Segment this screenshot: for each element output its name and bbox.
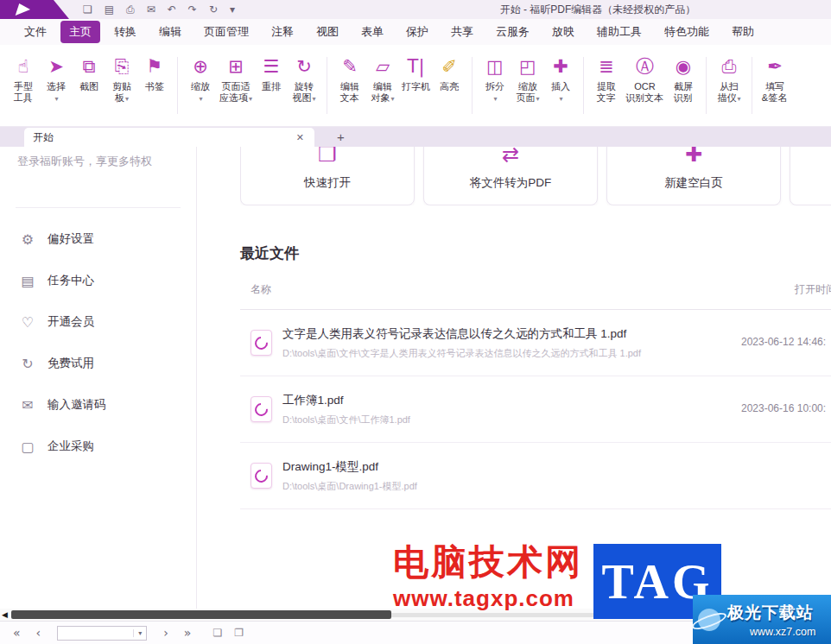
menu-item-share[interactable]: 共享: [442, 21, 482, 43]
refresh-icon[interactable]: ↻: [209, 0, 218, 19]
next-page-button[interactable]: ›: [155, 626, 176, 640]
menu-item-help[interactable]: 帮助: [723, 21, 763, 43]
card-new-blank-page[interactable]: ✚ 新建空白页: [606, 147, 781, 205]
menu-item-page-manage[interactable]: 页面管理: [195, 21, 257, 43]
card-clipped-card[interactable]: [790, 147, 831, 205]
ribbon-screen-ocr-button[interactable]: ◉ 截屏 识别: [667, 52, 700, 106]
menu-item-protect[interactable]: 保护: [397, 21, 437, 43]
open-file-icon[interactable]: ❏: [83, 0, 92, 19]
bookmark-icon: ⚑: [147, 54, 163, 79]
sidebar-item-preferences[interactable]: ⚙ 偏好设置: [0, 218, 196, 260]
card-convert-to-pdf[interactable]: ⇄ 将文件转为PDF: [423, 147, 598, 205]
ribbon-button-label: 填写 &签名: [762, 81, 788, 104]
recent-files-header: 名称 打开时间: [240, 282, 831, 310]
chevron-down-icon[interactable]: ▾: [133, 629, 146, 637]
hand-tool-icon: ☝: [18, 54, 29, 79]
ribbon-rotate-view-button[interactable]: ↻ 旋转 视图▾: [288, 52, 320, 106]
card-quick-open[interactable]: ❐ 快速打开: [240, 147, 415, 205]
customize-toolbar-icon[interactable]: ▾: [230, 0, 235, 19]
menu-item-special-features[interactable]: 特色功能: [656, 21, 718, 43]
chevron-down-icon: ▾: [560, 95, 563, 103]
page-number-combobox[interactable]: ▾: [57, 626, 147, 641]
ribbon-clipboard-button[interactable]: ⎘ 剪贴 板▾: [105, 52, 138, 106]
sidebar-item-invite-code[interactable]: ✉ 输入邀请码: [0, 384, 196, 426]
new-tab-button[interactable]: +: [333, 129, 348, 144]
rotate-view-icon: ↻: [296, 54, 312, 79]
ribbon-fill-and-sign-button[interactable]: ✒ 填写 &签名: [758, 52, 791, 106]
sidebar-item-enterprise-purchase[interactable]: ▢ 企业采购: [0, 426, 196, 467]
ribbon-insert-page-button[interactable]: ✚ 插入 ▾: [544, 52, 577, 106]
ribbon-zoom-button[interactable]: ⊕ 缩放 ▾: [184, 52, 217, 106]
ribbon-snapshot-button[interactable]: ⧉ 截图: [73, 52, 105, 106]
column-name[interactable]: 名称: [251, 283, 271, 295]
from-scanner-icon: ⎙: [722, 54, 737, 79]
tab-start[interactable]: 开始 ✕: [24, 128, 314, 147]
email-icon[interactable]: ✉: [147, 0, 155, 19]
sidebar-item-membership[interactable]: ♡ 开通会员: [0, 301, 196, 343]
menu-item-accessibility[interactable]: 辅助工具: [588, 21, 650, 43]
single-page-view-icon[interactable]: ❏: [213, 627, 222, 639]
card-label: 将文件转为PDF: [470, 175, 552, 191]
foxit-logo-icon[interactable]: [0, 0, 69, 19]
badge-site-url: www.xz7.com: [750, 626, 815, 638]
ribbon-extract-text-button[interactable]: ≣ 提取 文字: [590, 52, 623, 106]
save-icon[interactable]: ▤: [105, 0, 114, 19]
preferences-icon: ⚙: [20, 231, 35, 248]
ribbon-hand-tool-button[interactable]: ☝ 手型 工具: [7, 52, 40, 106]
menu-item-view[interactable]: 视图: [308, 21, 347, 43]
chevron-down-icon: ▾: [199, 95, 202, 103]
menu-item-home[interactable]: 主页: [60, 21, 100, 43]
clipboard-icon: ⎘: [115, 54, 130, 79]
ribbon-edit-object-button[interactable]: ▱ 编辑 对象▾: [366, 52, 399, 106]
file-meta: 工作簿1.pdf D:\tools\桌面\文件\工作簿1.pdf: [282, 393, 410, 426]
scroll-left-icon[interactable]: ◀: [2, 609, 8, 621]
membership-icon: ♡: [20, 314, 35, 331]
edit-text-icon: ✎: [342, 54, 358, 79]
ribbon-reflow-button[interactable]: ☰ 重排: [255, 52, 288, 106]
first-page-button[interactable]: «: [5, 626, 29, 640]
download-site-badge: 极光下载站 www.xz7.com: [693, 595, 831, 644]
undo-icon[interactable]: ↶: [168, 0, 176, 19]
ribbon-select-tool-button[interactable]: ➤ 选择 ▾: [40, 52, 73, 106]
close-icon[interactable]: ✕: [295, 132, 306, 143]
last-page-button[interactable]: »: [176, 626, 200, 640]
typewriter-icon: T|: [408, 54, 425, 79]
ribbon-button-label: 缩放 ▾: [191, 81, 210, 104]
sidebar-item-task-center[interactable]: ▤ 任务中心: [0, 260, 196, 301]
facing-page-view-icon[interactable]: ❐: [234, 627, 244, 639]
menu-item-form[interactable]: 表单: [352, 21, 392, 43]
previous-page-button[interactable]: ‹: [29, 626, 49, 640]
ribbon-ocr-recognize-text-button[interactable]: Ⓐ OCR 识别文本: [623, 52, 667, 106]
scrollbar-thumb[interactable]: [11, 610, 391, 619]
redo-icon[interactable]: ↷: [188, 0, 197, 19]
free-trial-icon: ↻: [20, 356, 35, 372]
menu-item-present[interactable]: 放映: [543, 21, 583, 43]
recent-file-row[interactable]: Drawing1-模型.pdf D:\tools\桌面\Drawing1-模型.…: [240, 443, 831, 509]
menu-item-comment[interactable]: 注释: [263, 21, 302, 43]
print-icon[interactable]: ⎙: [126, 0, 135, 19]
pdf-file-icon: [251, 330, 272, 356]
ribbon-zoom-pages-button[interactable]: ◰ 缩放 页面▾: [511, 52, 544, 106]
ribbon-page-fit-options-button[interactable]: ⊞ 页面适 应选项▾: [217, 52, 255, 106]
ribbon-button-label: 打字机: [402, 81, 430, 104]
quick-open-icon: ❐: [318, 147, 337, 165]
ribbon-from-scanner-button[interactable]: ⎙ 从扫 描仪▾: [713, 52, 745, 106]
reflow-icon: ☰: [263, 54, 280, 79]
chevron-down-icon: ▾: [313, 95, 316, 103]
ribbon-bookmark-button[interactable]: ⚑ 书签: [138, 52, 171, 106]
menu-item-edit[interactable]: 编辑: [150, 21, 190, 43]
column-open-time[interactable]: 打开时间: [795, 282, 831, 297]
ribbon-typewriter-button[interactable]: T| 打字机: [399, 52, 433, 106]
ribbon-edit-text-button[interactable]: ✎ 编辑 文本: [333, 52, 366, 106]
ribbon-button-label: 重排: [262, 81, 281, 104]
recent-file-row[interactable]: 文字是人类用表义符号记录表达信息以传之久远的方式和工具 1.pdf D:\too…: [240, 310, 831, 376]
menu-item-file[interactable]: 文件: [16, 21, 55, 43]
menu-item-cloud-service[interactable]: 云服务: [487, 21, 538, 43]
ribbon-highlight-button[interactable]: ✐ 高亮: [433, 52, 466, 106]
menu-item-convert[interactable]: 转换: [105, 21, 145, 43]
login-promo-text[interactable]: 登录福昕账号，享更多特权: [16, 154, 181, 208]
sidebar-item-free-trial[interactable]: ↻ 免费试用: [0, 343, 196, 384]
ribbon-split-button[interactable]: ◫ 拆分 ▾: [479, 52, 511, 106]
chevron-down-icon: ▾: [494, 95, 498, 103]
recent-file-row[interactable]: 工作簿1.pdf D:\tools\桌面\文件\工作簿1.pdf 2023-06…: [240, 376, 831, 443]
